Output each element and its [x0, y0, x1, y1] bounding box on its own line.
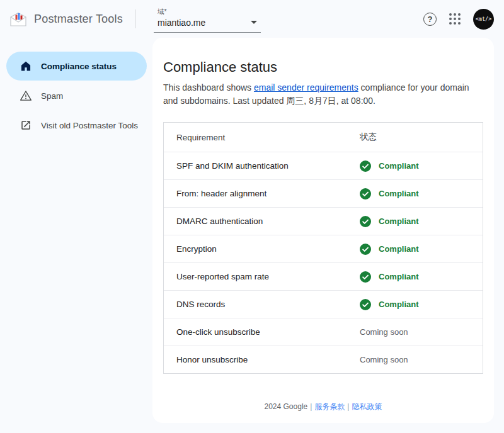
- status-cell: Compliant: [360, 188, 483, 200]
- status-cell: Compliant: [360, 216, 483, 227]
- requirement-cell: User-reported spam rate: [164, 272, 360, 281]
- check-circle-icon: [360, 188, 371, 200]
- status-cell: Compliant: [360, 160, 483, 172]
- status-text: Compliant: [379, 189, 419, 198]
- table-row: One-click unsubscribe Coming soon: [164, 318, 483, 346]
- apps-grid-button[interactable]: [449, 13, 461, 25]
- apps-grid-icon: [449, 13, 461, 25]
- sidebar: Compliance status Spam Visit old Postmas…: [0, 38, 152, 433]
- home-icon: [20, 60, 32, 72]
- table-row: SPF and DKIM authentication Compliant: [164, 152, 483, 179]
- table-row: DNS records Compliant: [164, 290, 483, 318]
- footer-separator: |: [347, 402, 349, 411]
- status-cell: Compliant: [360, 299, 483, 310]
- domain-selector[interactable]: 域* miantiao.me: [154, 6, 261, 33]
- requirement-cell: Encryption: [164, 244, 360, 254]
- domain-selector-value: miantiao.me: [158, 18, 205, 28]
- table-row: User-reported spam rate Compliant: [164, 262, 483, 290]
- check-circle-icon: [360, 160, 371, 172]
- sidebar-item-label: Compliance status: [41, 62, 117, 71]
- page-title: Compliance status: [163, 59, 483, 76]
- status-cell: Coming soon: [360, 327, 483, 337]
- footer: 2024 Google|服务条款|隐私政策: [163, 402, 483, 412]
- table-header-row: Requirement 状态: [164, 123, 483, 152]
- status-cell: Compliant: [360, 244, 483, 255]
- status-text: Compliant: [379, 300, 419, 309]
- header-divider: [135, 9, 136, 28]
- footer-copyright: 2024 Google: [265, 402, 308, 411]
- help-icon: ?: [423, 13, 437, 26]
- status-text: Coming soon: [360, 355, 408, 364]
- requirement-cell: From: header alignment: [164, 189, 360, 198]
- main-card: Compliance status This dashboard shows e…: [152, 38, 494, 423]
- status-cell: Coming soon: [360, 355, 483, 364]
- check-circle-icon: [360, 216, 371, 227]
- page-description: This dashboard shows email sender requir…: [163, 81, 483, 108]
- sidebar-item-spam[interactable]: Spam: [6, 81, 147, 110]
- table-row: Honor unsubscribe Coming soon: [164, 346, 483, 373]
- status-text: Coming soon: [360, 327, 408, 337]
- table-row: Encryption Compliant: [164, 235, 483, 262]
- footer-privacy-link[interactable]: 隐私政策: [352, 402, 382, 411]
- chevron-down-icon: [251, 21, 257, 24]
- top-header: Postmaster Tools 域* miantiao.me ? <mt/>: [0, 0, 504, 38]
- column-header-requirement: Requirement: [164, 133, 360, 142]
- status-text: Compliant: [379, 216, 419, 226]
- footer-separator: |: [310, 402, 312, 411]
- account-avatar[interactable]: <mt/>: [473, 9, 494, 30]
- footer-terms-link[interactable]: 服务条款: [314, 402, 345, 411]
- external-link-icon: [20, 119, 32, 132]
- column-header-status: 状态: [360, 132, 483, 143]
- table-body: SPF and DKIM authentication Compliant Fr…: [164, 152, 483, 373]
- help-button[interactable]: ?: [423, 13, 437, 26]
- app-title: Postmaster Tools: [34, 13, 123, 26]
- sidebar-item-label: Visit old Postmaster Tools: [41, 121, 138, 130]
- check-circle-icon: [360, 271, 371, 283]
- email-sender-requirements-link[interactable]: email sender requirements: [254, 82, 358, 93]
- postmaster-tools-logo-icon: [9, 11, 28, 27]
- sidebar-item-visit-old[interactable]: Visit old Postmaster Tools: [6, 111, 147, 140]
- check-circle-icon: [360, 244, 371, 255]
- status-text: Compliant: [379, 161, 419, 171]
- domain-selector-label: 域*: [158, 8, 260, 16]
- requirement-cell: DNS records: [164, 300, 360, 309]
- status-text: Compliant: [379, 272, 419, 281]
- warning-icon: [20, 89, 32, 102]
- app-logo-area: Postmaster Tools: [0, 11, 127, 27]
- description-prefix: This dashboard shows: [163, 82, 254, 93]
- table-row: From: header alignment Compliant: [164, 179, 483, 207]
- sidebar-item-compliance-status[interactable]: Compliance status: [6, 52, 147, 81]
- requirement-cell: SPF and DKIM authentication: [164, 161, 360, 171]
- requirement-cell: Honor unsubscribe: [164, 355, 360, 364]
- requirement-cell: One-click unsubscribe: [164, 327, 360, 337]
- table-row: DMARC authentication Compliant: [164, 207, 483, 235]
- avatar: <mt/>: [473, 9, 494, 30]
- requirement-cell: DMARC authentication: [164, 216, 360, 226]
- check-circle-icon: [360, 299, 371, 310]
- sidebar-item-label: Spam: [41, 91, 63, 101]
- status-cell: Compliant: [360, 271, 483, 283]
- compliance-table: Requirement 状态 SPF and DKIM authenticati…: [163, 122, 483, 374]
- status-text: Compliant: [379, 244, 419, 254]
